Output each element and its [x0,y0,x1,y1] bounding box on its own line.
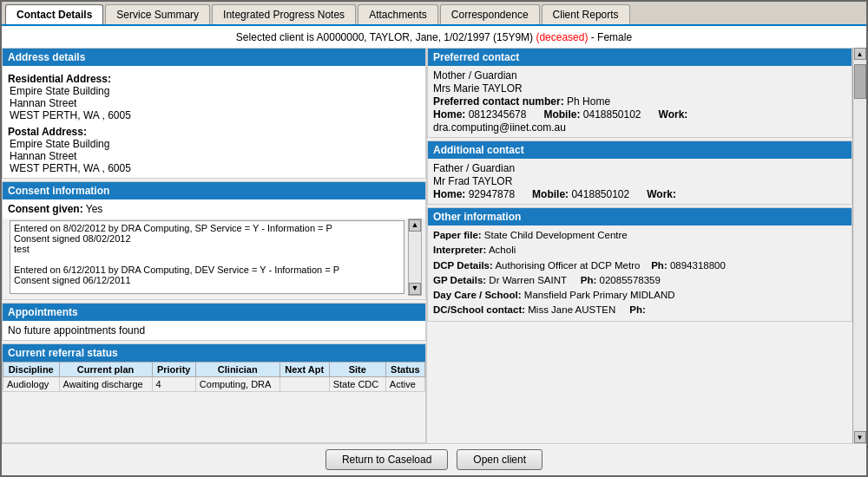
preferred-contact-phones: Home: 0812345678 Mobile: 0418850102 Work… [433,108,846,121]
footer-buttons: Return to Caseload Open client [2,443,866,475]
table-row: Audiology Awaiting discharge 4 Computing… [3,377,425,392]
panels-area: Address details Residential Address: Emp… [2,48,866,443]
additional-phones: Home: 92947878 Mobile: 0418850102 Work: [433,188,846,200]
dcp-phone-value: 0894318800 [670,260,726,271]
consent-content: Consent given: Yes [3,199,425,219]
open-client-button[interactable]: Open client [457,449,542,470]
daycare-label: Day Care / School: [433,290,522,300]
pref-mobile-value: 0418850102 [583,108,641,121]
dc-contact-row: DC/School contact: Miss Jane AUSTEN Ph: [433,303,846,317]
dcp-value: Authorising Officer at DCP Metro [495,260,640,271]
residential-line-2: Hannan Street [8,97,420,109]
appointments-message: No future appointments found [8,324,145,337]
pref-contact-label: Preferred contact number: [433,95,564,108]
consent-section: Consent information Consent given: Yes E… [2,181,426,300]
left-panel: Address details Residential Address: Emp… [2,48,427,443]
tab-service-summary[interactable]: Service Summary [105,4,210,24]
col-status: Status [385,363,424,377]
daycare-row: Day Care / School: Mansfield Park Primar… [433,288,846,303]
preferred-name: Mrs Marie TAYLOR [433,82,846,95]
gp-row: GP Details: Dr Warren SAINT Ph: 02085578… [433,273,846,288]
col-current-plan: Current plan [59,363,152,377]
deceased-label: (deceased) [536,31,588,43]
residential-label: Residential Address: [8,73,420,85]
tab-attachments[interactable]: Attachments [358,4,438,24]
preferred-contact-header: Preferred contact [428,49,852,66]
tab-contact-details[interactable]: Contact Details [5,4,103,24]
col-site: Site [329,363,385,377]
dc-contact-label: DC/School contact: [433,304,525,315]
gp-value: Dr Warren SAINT [489,275,566,285]
paper-file-label: Paper file: [433,230,482,240]
other-info-section: Other information Paper file: State Chil… [427,207,852,322]
tab-integrated-progress-notes[interactable]: Integrated Progress Notes [212,4,356,24]
pref-contact-value: Ph Home [567,95,610,108]
consent-text-line-1: Entered on 8/02/2012 by DRA Computing, S… [14,223,400,233]
preferred-contact-section: Preferred contact Mother / Guardian Mrs … [427,48,852,138]
scroll-up-button[interactable]: ▲ [854,48,866,60]
daycare-value: Mansfield Park Primary MIDLAND [524,290,675,300]
address-section: Address details Residential Address: Emp… [2,48,426,179]
cell-next-apt [279,377,329,392]
postal-line-1: Empire State Building [8,138,420,150]
add-mobile-label: Mobile: [532,188,569,200]
consent-scroll-down[interactable]: ▼ [409,283,421,295]
other-info-header: Other information [428,208,852,225]
scroll-track [854,60,866,431]
pref-mobile-label: Mobile: [543,108,580,121]
col-clinician: Clinician [195,363,279,377]
postal-line-2: Hannan Street [8,150,420,162]
paper-file-value: State Child Development Centre [484,230,628,240]
dc-contact-value: Miss Jane AUSTEN [528,304,615,315]
postal-line-3: WEST PERTH, WA , 6005 [8,162,420,174]
scroll-thumb[interactable] [854,64,866,99]
cell-status: Active [385,377,424,392]
consent-textarea[interactable]: Entered on 8/02/2012 by DRA Computing, S… [10,220,404,294]
appointments-section: Appointments No future appointments foun… [2,303,426,341]
col-discipline: Discipline [3,363,60,377]
additional-name: Mr Frad TAYLOR [433,175,846,187]
address-header: Address details [3,49,425,66]
content-area: Address details Residential Address: Emp… [2,48,866,443]
interpreter-label: Interpreter: [433,245,486,255]
preferred-contact-content: Mother / Guardian Mrs Marie TAYLOR Prefe… [428,66,852,137]
main-scrollbar[interactable]: ▲ ▼ [852,48,866,443]
gp-phone-label: Ph: [581,275,597,285]
gp-phone-value: 02085578359 [600,275,661,285]
scroll-down-button[interactable]: ▼ [854,431,866,443]
tab-client-reports[interactable]: Client Reports [542,4,630,24]
additional-contact-section: Additional contact Father / Guardian Mr … [427,140,852,205]
paper-file-row: Paper file: State Child Development Cent… [433,228,846,243]
consent-text-line-4 [14,254,400,265]
pref-home-label: Home: [433,108,465,121]
consent-given-label: Consent given: [8,203,83,215]
referral-header: Current referral status [3,344,425,362]
tab-correspondence[interactable]: Correspondence [440,4,540,24]
consent-text-line-6: Consent signed 06/12/2011 [14,275,400,285]
return-to-caseload-button[interactable]: Return to Caseload [326,449,448,470]
tab-bar: Contact Details Service Summary Integrat… [2,2,866,26]
dcp-label: DCP Details: [433,260,493,271]
residential-line-3: WEST PERTH, WA , 6005 [8,109,420,121]
preferred-contact-number-row: Preferred contact number: Ph Home [433,95,846,108]
main-window: Contact Details Service Summary Integrat… [0,0,868,477]
appointments-header: Appointments [3,304,425,321]
consent-header: Consent information [3,182,425,199]
client-header: Selected client is A0000000, TAYLOR, Jan… [2,26,866,48]
cell-discipline: Audiology [3,377,60,392]
consent-scroll-up[interactable]: ▲ [409,219,421,232]
add-home-value: 92947878 [469,188,515,200]
add-work-label: Work: [647,188,676,200]
pref-work-label: Work: [659,108,688,121]
client-info-suffix: - Female [588,31,632,43]
cell-site: State CDC [329,377,385,392]
consent-given-value: Yes [86,203,103,215]
additional-contact-header: Additional contact [428,141,852,159]
consent-text-line-5: Entered on 6/12/2011 by DRA Computing, D… [14,265,400,275]
cell-priority: 4 [152,377,195,392]
preferred-email: dra.computing@iinet.com.au [433,121,846,134]
client-info-prefix: Selected client is A0000000, TAYLOR, Jan… [236,31,536,43]
pref-home-value: 0812345678 [469,108,527,121]
cell-clinician: Computing, DRA [195,377,279,392]
interpreter-row: Interpreter: Acholi [433,243,846,258]
